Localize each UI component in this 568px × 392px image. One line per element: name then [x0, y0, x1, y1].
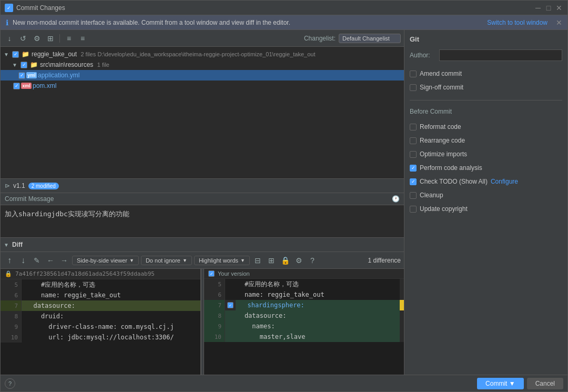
tree-item-pom-xml[interactable]: ✓ xml pom.xml — [1, 81, 404, 91]
diff-collapse-toggle[interactable]: ▼ — [4, 242, 10, 248]
diff-collapse-all-button[interactable]: ⊟ — [252, 255, 263, 266]
line-num-10-left: 10 — [1, 332, 22, 343]
commit-toolbar: ↓ ↺ ⚙ ⊞ ≡ ≡ Changelist: Default Changeli… — [1, 30, 404, 47]
code-analysis-checkbox[interactable]: ✓ — [410, 165, 417, 172]
version-bar: ⊳ v1.1 2 modified — [1, 178, 404, 193]
rearrange-row[interactable]: Rearrange code — [410, 137, 562, 144]
tree-root-item[interactable]: ▼ ✓ 📁 reggie_take_out 2 files D:\develop… — [1, 49, 404, 59]
sign-off-label: Sign-off commit — [420, 84, 463, 91]
diff-right-button[interactable]: → — [58, 255, 70, 266]
resources-checkbox[interactable]: ✓ — [21, 62, 27, 68]
author-input[interactable] — [439, 49, 562, 61]
ignore-select-button[interactable]: Do not ignore ▼ — [141, 256, 192, 265]
right-panel: Git Author: Amend commit Sign-off commit… — [404, 30, 567, 375]
diff-prev-button[interactable]: ↑ — [4, 255, 15, 266]
switch-tool-link[interactable]: Switch to tool window — [487, 19, 547, 26]
amend-commit-row[interactable]: Amend commit — [410, 70, 562, 77]
diff-next-button[interactable]: ↓ — [17, 255, 29, 266]
diff-edit-button[interactable]: ✎ — [31, 255, 43, 266]
reformat-checkbox[interactable] — [410, 124, 417, 130]
line-num-5-left: 5 — [1, 279, 22, 290]
line-num-9-right: 9 — [204, 321, 225, 331]
optimize-checkbox[interactable] — [410, 151, 417, 158]
commit-message-label: Commit Message — [5, 195, 54, 203]
move-down-button[interactable]: ↓ — [4, 33, 15, 44]
clock-icon[interactable]: 🕐 — [392, 195, 400, 203]
tree-toggle-root[interactable]: ▼ — [4, 52, 10, 57]
folder-icon: 📁 — [21, 50, 29, 58]
diff-left-button[interactable]: ← — [45, 255, 56, 266]
diff-title: Diff — [12, 241, 23, 248]
close-button[interactable]: ✕ — [555, 4, 563, 12]
diff-header: ▼ Diff — [1, 237, 404, 252]
tree-view-button[interactable]: ⊞ — [45, 33, 56, 44]
rearrange-checkbox[interactable] — [410, 137, 417, 144]
amend-commit-label: Amend commit — [420, 70, 462, 77]
tree-item-application-yml[interactable]: ✓ yml application.yml — [1, 70, 404, 81]
help-button[interactable]: ? — [5, 378, 15, 389]
code-analysis-row[interactable]: ✓ Perform code analysis — [410, 164, 562, 172]
configure-link[interactable]: Configure — [491, 178, 518, 185]
file-tree: ▼ ✓ 📁 reggie_take_out 2 files D:\develop… — [1, 47, 404, 178]
group-button[interactable]: ≡ — [77, 33, 88, 44]
optimize-imports-row[interactable]: Optimize imports — [410, 150, 562, 158]
viewer-select-button[interactable]: Side-by-side viewer ▼ — [72, 256, 139, 265]
info-close-button[interactable]: ✕ — [556, 18, 562, 27]
settings-button[interactable]: ⚙ — [31, 33, 43, 44]
rearrange-label: Rearrange code — [420, 137, 465, 144]
diff-left-lines: 5 #应用的名称，可选 6 name: reggie_take_out 7 da… — [1, 279, 200, 343]
pom-checkbox[interactable]: ✓ — [13, 83, 20, 89]
line-num-10-right: 10 — [204, 331, 225, 342]
commit-button[interactable]: Commit ▼ — [477, 378, 524, 389]
cleanup-label: Cleanup — [420, 192, 443, 199]
diff-settings-button[interactable]: ⚙ — [293, 255, 305, 266]
minimize-button[interactable]: ─ — [534, 4, 542, 12]
reformat-row[interactable]: Reformat code — [410, 123, 562, 130]
diff-section: ▼ Diff ↑ ↓ ✎ ← → Side-by-side viewer ▼ — [1, 237, 404, 375]
diff-left-hash: 7a416ff238561d47a18d61ada25643f59ddaab95 — [15, 270, 155, 277]
modified-badge[interactable]: 2 modified — [28, 183, 59, 189]
info-message: New non-modal commit interface is availa… — [13, 19, 483, 26]
maximize-button[interactable]: □ — [544, 4, 553, 12]
commit-message-input[interactable]: 加入shardingjdbc实现读写分离的功能 — [1, 205, 404, 237]
line-7-checkbox[interactable]: ✓ — [227, 302, 234, 308]
diff-lock-button[interactable]: 🔒 — [279, 255, 291, 266]
diff-expand-all-button[interactable]: ⊞ — [266, 255, 277, 266]
amend-commit-checkbox[interactable] — [410, 71, 417, 77]
window-icon: ✓ — [5, 4, 13, 12]
tree-toggle-resources[interactable]: ▼ — [12, 62, 18, 68]
tree-item-resources[interactable]: ▼ ✓ 📁 src\main\resources 1 file — [1, 59, 404, 70]
version-text: v1.1 — [13, 182, 25, 189]
code-analysis-label: Perform code analysis — [420, 164, 482, 172]
update-copyright-checkbox[interactable] — [410, 206, 417, 213]
line-num-7-right: 7 — [204, 300, 225, 310]
sort-button[interactable]: ≡ — [63, 33, 75, 44]
lock-icon: 🔒 — [5, 270, 12, 277]
update-copyright-row[interactable]: Update copyright — [410, 205, 562, 213]
before-commit-title: Before Commit — [410, 108, 562, 115]
line-content-6-right: name: reggie_take_out — [225, 289, 400, 300]
highlight-select-button[interactable]: Highlight words ▼ — [194, 256, 250, 265]
root-checkbox[interactable]: ✓ — [12, 51, 19, 58]
bottom-bar: ? Commit ▼ Cancel — [1, 375, 567, 391]
refresh-button[interactable]: ↺ — [17, 33, 29, 44]
commit-message-header: Commit Message 🕐 — [1, 193, 404, 205]
yellow-marker-7 — [400, 300, 404, 310]
check-todo-checkbox[interactable]: ✓ — [410, 178, 417, 185]
diff-left-line-9: 9 driver-class-name: com.mysql.cj.j — [1, 321, 200, 332]
sign-off-row[interactable]: Sign-off commit — [410, 84, 562, 91]
right-header-checkbox[interactable]: ✓ — [208, 270, 215, 277]
sign-off-checkbox[interactable] — [410, 84, 417, 91]
diff-left-line-6: 6 name: reggie_take_out — [1, 290, 200, 300]
cleanup-checkbox[interactable] — [410, 192, 417, 199]
check-todo-row[interactable]: ✓ Check TODO (Show All) Configure — [410, 178, 562, 185]
changelist-select[interactable]: Default Changelist — [339, 34, 401, 43]
line-num-6-left: 6 — [1, 290, 22, 300]
diff-help-button[interactable]: ? — [307, 255, 318, 266]
line-num-5-right: 5 — [204, 279, 225, 289]
ignore-label: Do not ignore — [146, 257, 180, 264]
cleanup-row[interactable]: Cleanup — [410, 192, 562, 199]
highlight-label: Highlight words — [199, 257, 238, 264]
cancel-button[interactable]: Cancel — [527, 378, 563, 389]
yml-checkbox[interactable]: ✓ — [18, 72, 25, 79]
